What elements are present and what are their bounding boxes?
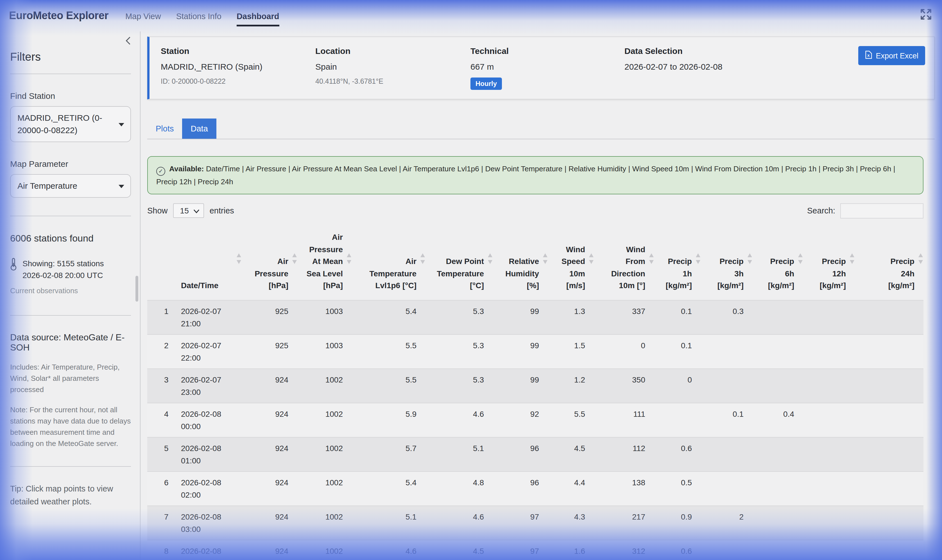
- cell-air-pressure-msl: 1002: [298, 437, 352, 471]
- station-label: Station: [161, 46, 315, 55]
- hourly-badge: Hourly: [470, 77, 502, 90]
- cell-date-time: 2026-02-08 02:00: [175, 471, 242, 506]
- nav-item-map-view[interactable]: Map View: [125, 12, 161, 21]
- station-id: ID: 0-20000-0-08222: [161, 77, 315, 85]
- cell-row-index: 8: [147, 540, 175, 560]
- cell-precip-24h: [855, 437, 923, 471]
- cell-air-temperature: 5.7: [352, 437, 426, 471]
- divider: [10, 315, 131, 316]
- column-header-wind-direction[interactable]: Wind From Direction 10m [°]: [594, 224, 654, 300]
- cell-wind-speed: 1.3: [548, 300, 594, 334]
- sort-icon[interactable]: [748, 253, 752, 264]
- column-header-relative-humidity[interactable]: Relative Humidity [%]: [493, 224, 548, 300]
- cell-wind-direction: 350: [594, 368, 654, 403]
- cell-precip-3h: [701, 334, 752, 368]
- cell-row-index: 5: [147, 437, 175, 471]
- excel-file-icon: x: [865, 51, 872, 61]
- sort-icon[interactable]: [543, 253, 548, 264]
- fullscreen-icon: [919, 14, 933, 23]
- cell-precip-3h: 0.1: [701, 403, 752, 437]
- sort-icon[interactable]: [347, 253, 352, 264]
- column-label: Precip 3h [kg/m²]: [717, 257, 744, 290]
- tab-data[interactable]: Data: [182, 118, 216, 139]
- column-header-precip-12h[interactable]: Precip 12h [kg/m²]: [803, 224, 855, 300]
- column-label: Date/Time: [181, 281, 218, 290]
- page-size-select[interactable]: 15: [173, 203, 204, 218]
- cell-air-temperature: 5.4: [352, 471, 426, 506]
- cell-precip-24h: [855, 403, 923, 437]
- cell-precip-12h: [803, 540, 855, 560]
- sort-icon[interactable]: [696, 253, 701, 264]
- sort-icon[interactable]: [850, 253, 855, 264]
- cell-air-pressure: 924: [242, 437, 298, 471]
- cell-air-pressure: 924: [242, 506, 298, 540]
- cell-precip-12h: [803, 437, 855, 471]
- column-header-precip-3h[interactable]: Precip 3h [kg/m²]: [701, 224, 752, 300]
- cell-dew-point: 4.8: [426, 471, 493, 506]
- includes-note: Includes: Air Temperature, Precip, Wind,…: [10, 362, 131, 395]
- divider: [10, 466, 131, 467]
- column-header-precip-24h[interactable]: Precip 24h [kg/m²]: [855, 224, 923, 300]
- column-header-precip-1h[interactable]: Precip 1h [kg/m²]: [654, 224, 701, 300]
- cell-precip-6h: [752, 437, 803, 471]
- map-parameter-select[interactable]: Air Temperature: [10, 174, 131, 198]
- sort-icon[interactable]: [918, 253, 923, 264]
- entries-label: entries: [210, 206, 234, 215]
- cell-precip-24h: [855, 334, 923, 368]
- column-header-air-pressure[interactable]: Air Pressure [hPa]: [242, 224, 298, 300]
- chevron-down-icon: [119, 123, 124, 126]
- map-parameter-value: Air Temperature: [17, 181, 77, 191]
- export-excel-button[interactable]: x Export Excel: [858, 46, 925, 65]
- column-header-wind-speed[interactable]: Wind Speed 10m [m/s]: [548, 224, 594, 300]
- sidebar-collapse-button[interactable]: [124, 36, 132, 46]
- sidebar-scrollbar[interactable]: [136, 276, 138, 302]
- cell-dew-point: 5.3: [426, 368, 493, 403]
- cell-precip-1h: 0.1: [654, 334, 701, 368]
- sort-icon[interactable]: [649, 253, 654, 264]
- cell-row-index: 7: [147, 506, 175, 540]
- cell-air-pressure: 925: [242, 334, 298, 368]
- cell-date-time: 2026-02-07 22:00: [175, 334, 242, 368]
- column-header-air-pressure-msl[interactable]: Air Pressure At Mean Sea Level [hPa]: [298, 224, 352, 300]
- column-header-dew-point[interactable]: Dew Point Temperature [°C]: [426, 224, 493, 300]
- column-label: Wind From Direction 10m [°]: [611, 245, 645, 290]
- location-country: Spain: [315, 62, 470, 71]
- station-select[interactable]: MADRID,_RETIRO (0-20000-0-08222): [10, 106, 131, 142]
- chevron-left-icon: [124, 38, 132, 47]
- sidebar-title: Filters: [10, 51, 131, 63]
- sort-icon[interactable]: [237, 253, 242, 264]
- cell-air-pressure: 924: [242, 471, 298, 506]
- sort-icon[interactable]: [589, 253, 594, 264]
- table-row: 42026-02-08 00:0092410025.94.6925.51110.…: [147, 403, 923, 437]
- cell-row-index: 1: [147, 300, 175, 334]
- cell-precip-12h: [803, 506, 855, 540]
- tab-plots[interactable]: Plots: [147, 118, 182, 139]
- sort-icon[interactable]: [421, 253, 426, 264]
- column-header-date-time[interactable]: Date/Time: [175, 224, 242, 300]
- cell-air-temperature: 5.1: [352, 506, 426, 540]
- cell-precip-6h: 0.4: [752, 403, 803, 437]
- location-coordinates: 40.4118°N, -3.6781°E: [315, 77, 470, 85]
- column-header-air-temperature[interactable]: Air Temperature Lvl1p6 [°C]: [352, 224, 426, 300]
- chevron-down-icon: [119, 185, 124, 188]
- table-row: 22026-02-07 22:0092510035.55.3991.500.1: [147, 334, 923, 368]
- column-label: Precip 6h [kg/m²]: [768, 257, 794, 290]
- cell-precip-1h: 0.9: [654, 506, 701, 540]
- cell-wind-speed: 1.2: [548, 368, 594, 403]
- sort-icon[interactable]: [488, 253, 493, 264]
- sort-icon[interactable]: [292, 253, 298, 264]
- cell-relative-humidity: 97: [493, 506, 548, 540]
- search-input[interactable]: [840, 203, 923, 218]
- sort-icon[interactable]: [798, 253, 803, 264]
- divider: [10, 216, 131, 216]
- fullscreen-button[interactable]: [919, 7, 933, 22]
- dashboard-main: Station MADRID,_RETIRO (Spain) ID: 0-200…: [140, 31, 942, 560]
- nav-item-dashboard[interactable]: Dashboard: [237, 12, 279, 26]
- column-header-precip-6h[interactable]: Precip 6h [kg/m²]: [752, 224, 803, 300]
- cell-wind-speed: 5.5: [548, 403, 594, 437]
- column-label: Air Pressure [hPa]: [254, 257, 288, 290]
- table-row: 62026-02-08 02:0092410025.44.8964.41380.…: [147, 471, 923, 506]
- nav-item-stations-info[interactable]: Stations Info: [176, 12, 222, 21]
- page-size-value: 15: [180, 206, 189, 215]
- cell-precip-6h: [752, 334, 803, 368]
